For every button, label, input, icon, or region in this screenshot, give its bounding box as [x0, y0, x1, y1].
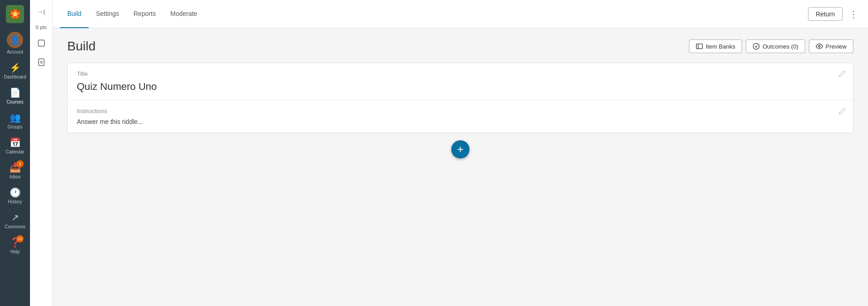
- outcomes-button[interactable]: Outcomes (0): [746, 39, 805, 53]
- item-banks-button[interactable]: Item Banks: [689, 39, 742, 53]
- instructions-edit-button[interactable]: [837, 106, 848, 118]
- title-section: Title Quiz Numero Uno: [68, 63, 853, 100]
- tab-build-label: Build: [67, 10, 81, 17]
- add-item-button[interactable]: +: [451, 140, 469, 158]
- return-button[interactable]: Return: [808, 7, 843, 21]
- instructions-label: Instructions: [77, 108, 844, 114]
- inbox-badge-count: 3: [16, 160, 24, 168]
- tab-settings[interactable]: Settings: [89, 0, 126, 28]
- sidebar-item-groups[interactable]: 👥 Groups: [0, 109, 30, 133]
- sidebar-item-label: Inbox: [10, 174, 20, 180]
- inbox-badge-container: 📥 3: [10, 162, 21, 173]
- tab-moderate-label: Moderate: [170, 10, 197, 17]
- page-header-actions: Item Banks Outcomes (0) Preview: [689, 39, 853, 53]
- title-edit-button[interactable]: [837, 69, 848, 81]
- add-button-container: +: [67, 140, 853, 158]
- top-nav-actions: Return ⋮: [808, 7, 861, 21]
- svg-rect-4: [696, 44, 702, 49]
- sidebar-item-history[interactable]: 🕐 History: [0, 183, 30, 208]
- pencil-icon: [838, 108, 846, 115]
- instructions-value: Answer me this riddle...: [77, 118, 844, 125]
- pencil-icon: [838, 70, 846, 78]
- more-options-button[interactable]: ⋮: [846, 7, 861, 21]
- svg-rect-1: [39, 59, 44, 66]
- svg-point-7: [818, 45, 820, 47]
- sidebar-item-label: Calendar: [6, 149, 25, 155]
- instructions-section: Instructions Answer me this riddle...: [68, 100, 853, 133]
- courses-icon: 📄: [10, 87, 21, 98]
- points-display: 0 pts: [32, 23, 50, 32]
- sidebar-item-courses[interactable]: 📄 Courses: [0, 84, 30, 109]
- history-icon: 🕐: [10, 187, 21, 198]
- groups-icon: 👥: [10, 112, 21, 123]
- return-button-label: Return: [816, 10, 835, 18]
- dashboard-icon: ⚡: [10, 62, 21, 73]
- svg-point-6: [753, 43, 759, 49]
- help-badge-container: ❓ 10: [10, 237, 21, 248]
- outcomes-icon: [753, 43, 760, 50]
- left-navigation: 🏵️ 👤 Account ⚡ Dashboard 📄 Courses 👥 Gro…: [0, 0, 30, 306]
- tab-reports-label: Reports: [134, 10, 156, 17]
- tab-build[interactable]: Build: [60, 0, 89, 28]
- add-icon: +: [457, 143, 464, 156]
- sub-navigation: →| 0 pts: [30, 0, 53, 306]
- preview-button[interactable]: Preview: [809, 39, 853, 53]
- app-logo[interactable]: 🏵️: [0, 0, 30, 28]
- sidebar-item-calendar[interactable]: 📅 Calendar: [0, 133, 30, 158]
- commons-icon: ↗: [11, 212, 19, 223]
- avatar: 👤: [7, 32, 23, 48]
- item-banks-icon: [696, 43, 703, 50]
- sidebar-item-label: Courses: [6, 99, 23, 105]
- title-value: Quiz Numero Uno: [77, 81, 844, 93]
- item-banks-label: Item Banks: [706, 43, 735, 50]
- sidebar-item-label: Groups: [8, 124, 23, 130]
- sidebar-item-account[interactable]: 👤 Account: [0, 28, 30, 59]
- main-content: Build Settings Reports Moderate Return ⋮…: [53, 0, 868, 306]
- title-label: Title: [77, 70, 844, 77]
- pin-button[interactable]: [32, 35, 50, 51]
- preview-icon: [816, 43, 823, 50]
- top-navigation: Build Settings Reports Moderate Return ⋮: [53, 0, 868, 28]
- logo-badge: 🏵️: [6, 5, 24, 23]
- svg-rect-0: [38, 40, 45, 46]
- sidebar-item-label: Commons: [5, 224, 25, 230]
- sidebar-item-label: History: [8, 199, 22, 205]
- document-icon: [37, 58, 45, 66]
- preview-label: Preview: [826, 43, 847, 50]
- sidebar-item-label: Account: [7, 49, 23, 55]
- page-header: Build Item Banks Outcomes (0): [67, 39, 853, 54]
- sidebar-item-commons[interactable]: ↗ Commons: [0, 208, 30, 233]
- outcomes-label: Outcomes (0): [763, 43, 798, 50]
- document-button[interactable]: [32, 54, 50, 70]
- page-title: Build: [67, 39, 689, 54]
- pin-icon: [37, 39, 45, 47]
- collapse-button[interactable]: →|: [32, 4, 50, 19]
- tab-moderate[interactable]: Moderate: [163, 0, 205, 28]
- help-badge-count: 10: [16, 235, 24, 242]
- tab-settings-label: Settings: [96, 10, 119, 17]
- tab-reports[interactable]: Reports: [126, 0, 163, 28]
- sidebar-item-help[interactable]: ❓ 10 Help: [0, 233, 30, 258]
- more-icon: ⋮: [849, 9, 858, 20]
- sidebar-item-label: Help: [10, 249, 20, 255]
- page-content: Build Item Banks Outcomes (0): [53, 28, 868, 306]
- quiz-card: Title Quiz Numero Uno Instructions Answe…: [67, 63, 853, 133]
- sidebar-item-label: Dashboard: [4, 74, 26, 80]
- logo-icon: 🏵️: [10, 9, 21, 20]
- collapse-icon: →|: [37, 8, 45, 15]
- calendar-icon: 📅: [10, 137, 21, 148]
- sidebar-item-dashboard[interactable]: ⚡ Dashboard: [0, 59, 30, 84]
- sidebar-item-inbox[interactable]: 📥 3 Inbox: [0, 158, 30, 183]
